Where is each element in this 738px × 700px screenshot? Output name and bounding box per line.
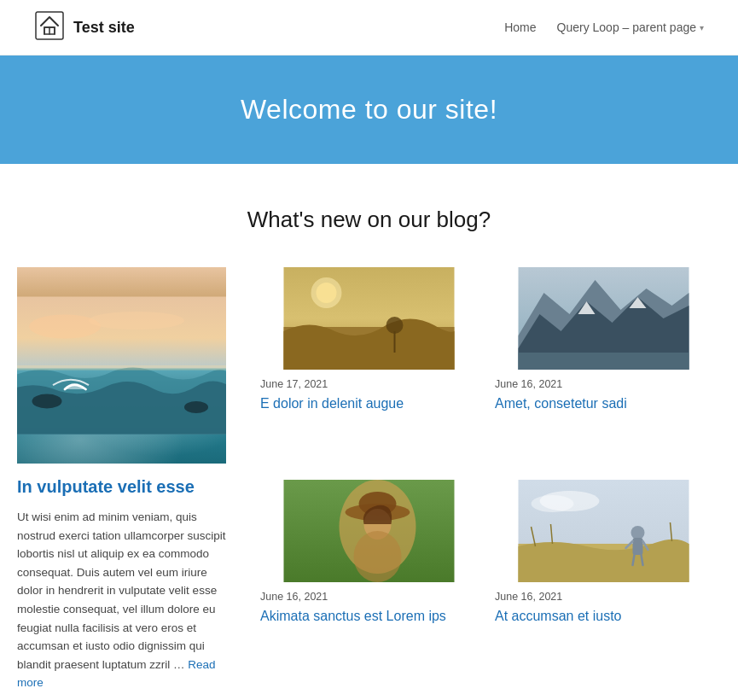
small-post-1-date: June 17, 2021 xyxy=(260,378,478,390)
featured-post-title[interactable]: In vulputate velit esse xyxy=(17,475,226,498)
svg-point-4 xyxy=(89,312,184,330)
small-post-2-date: June 16, 2021 xyxy=(495,378,712,390)
site-logo[interactable]: Test site xyxy=(34,10,135,44)
small-post-1-image xyxy=(260,267,478,370)
svg-point-35 xyxy=(532,495,574,512)
hero-title: Welcome to our site! xyxy=(17,94,721,125)
small-post-2: June 16, 2021 Amet, consetetur sadi xyxy=(486,267,721,480)
featured-post: In vulputate velit esse Ut wisi enim ad … xyxy=(17,267,252,692)
svg-point-3 xyxy=(29,315,101,339)
small-post-2-title[interactable]: Amet, consetetur sadi xyxy=(495,395,712,413)
small-post-3-image xyxy=(260,480,478,582)
main-nav: Home Query Loop – parent page ▾ xyxy=(504,20,704,34)
small-post-3-title[interactable]: Akimata sanctus est Lorem ips xyxy=(260,608,478,626)
small-post-4-image xyxy=(495,480,712,582)
nav-query-loop-label: Query Loop – parent page xyxy=(557,20,696,34)
svg-point-14 xyxy=(317,283,337,303)
small-post-4-date: June 16, 2021 xyxy=(495,591,712,603)
site-title: Test site xyxy=(73,19,135,37)
site-header: Test site Home Query Loop – parent page … xyxy=(0,0,738,55)
small-post-4: June 16, 2021 At accumsan et iusto xyxy=(486,480,721,692)
svg-rect-16 xyxy=(519,353,689,370)
svg-point-28 xyxy=(631,526,645,540)
nav-query-loop-dropdown[interactable]: Query Loop – parent page ▾ xyxy=(557,20,704,34)
ocean-svg xyxy=(17,267,226,464)
small-post-3: June 16, 2021 Akimata sanctus est Lorem … xyxy=(252,480,486,692)
featured-post-image xyxy=(17,267,226,464)
home-icon xyxy=(34,10,65,44)
small-post-1-title[interactable]: E dolor in delenit augue xyxy=(260,395,478,413)
small-post-1: June 17, 2021 E dolor in delenit augue xyxy=(252,267,486,480)
featured-post-excerpt: Ut wisi enim ad minim veniam, quis nostr… xyxy=(17,508,226,692)
main-content: What's new on our blog? xyxy=(0,164,738,700)
svg-point-22 xyxy=(354,531,402,582)
desert-svg xyxy=(260,267,478,370)
field-svg xyxy=(495,480,712,582)
svg-rect-8 xyxy=(17,365,226,370)
hero-section: Welcome to our site! xyxy=(0,55,738,164)
svg-rect-29 xyxy=(633,538,643,555)
mountain-svg xyxy=(495,267,712,370)
svg-rect-0 xyxy=(36,12,63,39)
blog-section-title: What's new on our blog? xyxy=(17,207,721,233)
svg-point-6 xyxy=(32,394,62,409)
small-post-3-date: June 16, 2021 xyxy=(260,591,478,603)
chevron-down-icon: ▾ xyxy=(700,23,704,32)
small-post-2-image xyxy=(495,267,712,370)
blog-grid: In vulputate velit esse Ut wisi enim ad … xyxy=(17,267,721,692)
nav-home[interactable]: Home xyxy=(504,20,536,34)
svg-point-7 xyxy=(184,401,208,413)
woman-svg xyxy=(260,480,478,582)
small-post-4-title[interactable]: At accumsan et iusto xyxy=(495,608,712,626)
svg-point-12 xyxy=(386,317,404,334)
